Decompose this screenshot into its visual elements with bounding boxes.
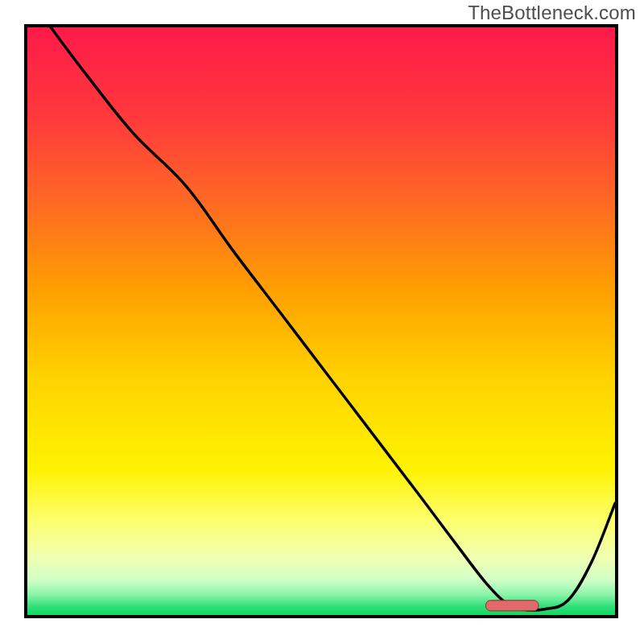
chart-svg — [0, 0, 644, 644]
watermark: TheBottleneck.com — [468, 2, 636, 24]
plot-background — [27, 27, 615, 615]
bottleneck-chart: { "watermark": "TheBottleneck.com", "cha… — [0, 0, 644, 644]
optimal-marker — [485, 601, 539, 611]
